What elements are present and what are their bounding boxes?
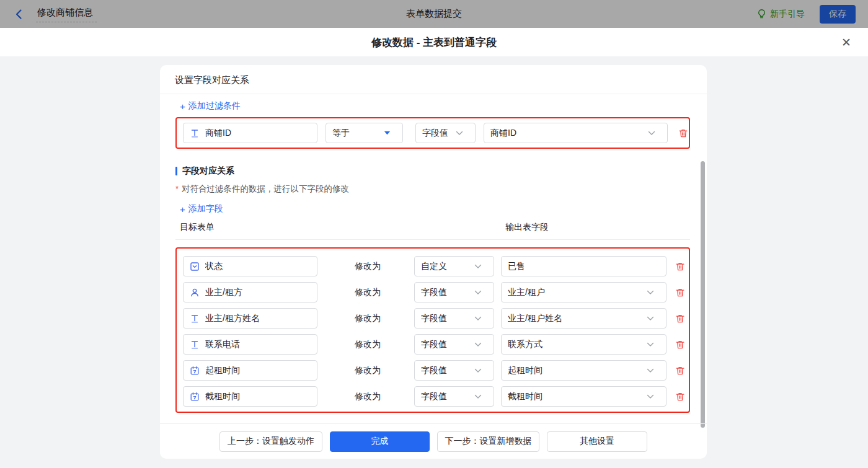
output-field-input[interactable]: 已售 <box>501 256 666 276</box>
target-field-input[interactable]: 业主/租方 <box>183 282 317 302</box>
chevron-down-icon <box>474 264 482 269</box>
target-field-label: 状态 <box>205 261 223 272</box>
value-type-select[interactable]: 字段值 <box>414 334 494 355</box>
section-description: *对符合过滤条件的数据，进行以下字段的修改 <box>175 183 349 195</box>
output-field-label: 截租时间 <box>508 391 542 402</box>
modify-to-label: 修改为 <box>355 313 414 324</box>
target-field-input[interactable]: 联系电话 <box>183 334 317 355</box>
section-title: 字段对应关系 <box>175 166 234 177</box>
target-field-label: 起租时间 <box>205 365 240 376</box>
trash-icon <box>675 340 685 350</box>
modal-header: 修改数据 - 主表到普通字段 ✕ <box>0 28 868 57</box>
date-icon <box>190 392 200 402</box>
chevron-down-icon <box>474 316 482 321</box>
output-field-label: 联系方式 <box>508 339 542 350</box>
delete-row-button[interactable] <box>675 340 685 350</box>
value-type-select[interactable]: 字段值 <box>414 308 494 329</box>
add-field-link[interactable]: + 添加字段 <box>180 203 223 214</box>
filter-value-type-select[interactable]: 字段值 <box>415 123 476 143</box>
trash-icon <box>675 288 685 298</box>
value-type-label: 字段值 <box>421 287 447 298</box>
select-field-icon <box>190 262 200 272</box>
target-field-input[interactable]: 截租时间 <box>183 386 317 407</box>
output-field-label: 起租时间 <box>508 365 542 376</box>
chevron-down-icon <box>647 368 654 373</box>
output-field-select[interactable]: 联系方式 <box>501 334 666 355</box>
value-type-select[interactable]: 字段值 <box>414 282 494 302</box>
next-step-button[interactable]: 下一步：设置新增数据 <box>437 431 539 452</box>
column-header-target: 目标表单 <box>180 222 215 233</box>
modify-to-label: 修改为 <box>355 391 414 402</box>
output-field-label: 业主/租户姓名 <box>508 313 562 324</box>
plus-icon: + <box>180 204 185 214</box>
chevron-down-icon <box>647 316 654 321</box>
other-settings-button[interactable]: 其他设置 <box>547 431 647 452</box>
mapping-row: 起租时间修改为字段值起租时间 <box>183 360 689 381</box>
delete-row-button[interactable] <box>675 262 685 272</box>
chevron-down-icon <box>474 342 482 347</box>
target-field-input[interactable]: 状态 <box>183 256 317 276</box>
chevron-down-icon <box>648 131 655 136</box>
filter-condition-highlight: 商铺ID 等于 字段值 商铺ID <box>175 117 690 149</box>
done-button[interactable]: 完成 <box>330 431 430 452</box>
add-filter-link[interactable]: + 添加过滤条件 <box>180 100 241 112</box>
modal-overlay <box>0 0 868 28</box>
trash-icon <box>675 366 685 376</box>
value-type-select[interactable]: 自定义 <box>414 256 494 276</box>
card-title: 设置字段对应关系 <box>160 65 707 94</box>
text-field-icon <box>190 314 200 324</box>
output-field-select[interactable]: 截租时间 <box>501 386 666 407</box>
card-footer: 上一步：设置触发动作 完成 下一步：设置新增数据 其他设置 <box>160 423 707 459</box>
trash-icon <box>675 314 685 324</box>
trash-icon <box>675 262 685 272</box>
chevron-down-icon <box>647 342 654 347</box>
target-field-input[interactable]: 业主/租方姓名 <box>183 308 317 329</box>
trash-icon <box>675 392 685 402</box>
text-field-icon <box>190 128 200 138</box>
filter-value-select[interactable]: 商铺ID <box>484 123 668 143</box>
output-field-select[interactable]: 业主/租户 <box>501 282 666 302</box>
section-accent-bar <box>175 167 177 175</box>
output-field-select[interactable]: 业主/租户姓名 <box>501 308 666 329</box>
person-icon <box>190 288 200 298</box>
text-field-icon <box>190 340 200 350</box>
topbar: 修改商铺信息 表单数据提交 新手引导 保存 <box>0 0 868 28</box>
modal-body: 设置字段对应关系 + 添加过滤条件 商铺ID 等于 字段值 商铺ID <box>0 57 868 468</box>
filter-field-input[interactable]: 商铺ID <box>183 123 317 143</box>
scrollbar-thumb[interactable] <box>701 161 705 428</box>
modify-to-label: 修改为 <box>355 339 414 350</box>
filter-operator-select[interactable]: 等于 <box>326 123 403 143</box>
close-icon[interactable]: ✕ <box>839 35 853 49</box>
target-field-label: 业主/租方 <box>205 287 242 298</box>
column-header-output: 输出表字段 <box>505 222 549 233</box>
column-divider <box>175 239 690 240</box>
delete-row-button[interactable] <box>675 288 685 298</box>
delete-filter-button[interactable] <box>678 128 688 138</box>
chevron-down-icon <box>474 368 482 373</box>
field-mappings-highlight: 状态修改为自定义已售业主/租方修改为字段值业主/租户业主/租方姓名修改为字段值业… <box>175 247 690 413</box>
modify-to-label: 修改为 <box>355 365 414 376</box>
output-field-label: 业主/租户 <box>508 287 545 298</box>
output-field-select[interactable]: 起租时间 <box>501 360 666 381</box>
chevron-down-icon <box>456 131 463 136</box>
delete-row-button[interactable] <box>675 314 685 324</box>
chevron-down-icon <box>474 290 482 295</box>
settings-card: 设置字段对应关系 + 添加过滤条件 商铺ID 等于 字段值 商铺ID <box>160 65 707 459</box>
delete-row-button[interactable] <box>675 366 685 376</box>
chevron-down-icon <box>474 394 482 399</box>
target-field-label: 联系电话 <box>205 339 240 350</box>
delete-row-button[interactable] <box>675 392 685 402</box>
output-field-label: 已售 <box>508 261 525 272</box>
value-type-label: 字段值 <box>421 339 447 350</box>
target-field-input[interactable]: 起租时间 <box>183 360 317 381</box>
mapping-row: 截租时间修改为字段值截租时间 <box>183 386 689 407</box>
value-type-label: 字段值 <box>421 313 447 324</box>
value-type-select[interactable]: 字段值 <box>414 360 494 381</box>
value-type-label: 字段值 <box>421 391 447 402</box>
mapping-row: 联系电话修改为字段值联系方式 <box>183 334 689 355</box>
prev-step-button[interactable]: 上一步：设置触发动作 <box>219 431 322 452</box>
plus-icon: + <box>180 101 185 112</box>
mapping-row: 业主/租方修改为字段值业主/租户 <box>183 282 689 302</box>
value-type-label: 自定义 <box>421 261 447 272</box>
value-type-select[interactable]: 字段值 <box>414 386 494 407</box>
